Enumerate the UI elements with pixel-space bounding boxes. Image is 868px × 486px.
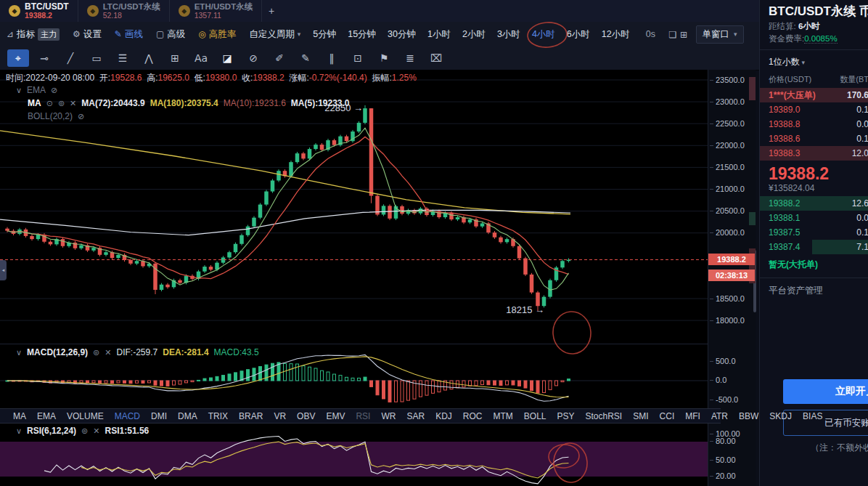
timeframe-3小时[interactable]: 3小时 — [497, 28, 520, 41]
eraser-icon[interactable]: ◪ — [216, 49, 238, 67]
asset-management-link[interactable]: 平台资产管理 — [760, 278, 868, 297]
timeframe-5分钟[interactable]: 5分钟 — [313, 28, 336, 41]
timeframe-6小时[interactable]: 6小时 — [567, 28, 590, 41]
orderbook-row[interactable]: 19388.10.0 — [760, 211, 868, 225]
orderbook-row[interactable]: 1***(大压单)170.6 — [760, 88, 868, 102]
symbol-tab[interactable]: ◆LTC/USDT永续52.18 — [78, 0, 170, 22]
advanced-button[interactable]: ▢ 高级 — [156, 28, 185, 41]
indicator-tab-MFI[interactable]: MFI — [685, 411, 700, 421]
indicator-tab-DMA[interactable]: DMA — [178, 411, 197, 421]
indicator-tab-BOLL[interactable]: BOLL — [524, 411, 546, 421]
indicator-tab-KDJ[interactable]: KDJ — [435, 411, 452, 421]
new-frame-icon[interactable]: ⊞ — [680, 29, 687, 40]
orderbook-row[interactable]: 19387.47.1 — [760, 240, 868, 254]
indicator-tab-TRIX[interactable]: TRIX — [208, 411, 228, 421]
indicator-tab-ROC[interactable]: ROC — [463, 411, 483, 421]
indicator-tab-SKDJ[interactable]: SKDJ — [769, 411, 792, 421]
indicator-tab-BBW[interactable]: BBW — [739, 411, 758, 421]
indicator-tab-CCI[interactable]: CCI — [660, 411, 675, 421]
rsi-header-row[interactable]: ∨ RSI(6,12,24) ⊚ ✕ RSI1:51.56 — [16, 426, 149, 436]
pen-icon[interactable]: ✎ — [295, 49, 316, 67]
orderbook-row[interactable]: 19388.80.0 — [760, 117, 868, 131]
ema-indicator-row[interactable]: ∨ EMA ⊘ — [16, 85, 57, 95]
candle-measure-icon[interactable]: ‖ — [321, 49, 343, 67]
orderbook-row[interactable]: 19387.50.1 — [760, 225, 868, 240]
indicator-tab-PSY[interactable]: PSY — [557, 411, 575, 421]
timeframe-2小时[interactable]: 2小时 — [462, 28, 486, 41]
rectangle-icon[interactable]: ▭ — [86, 49, 107, 67]
crosshair-icon[interactable]: ⌖ — [7, 49, 29, 67]
chevron-down-icon[interactable]: ∨ — [16, 426, 22, 436]
trash-icon[interactable]: ⌧ — [425, 49, 447, 67]
indicator-tab-RSI[interactable]: RSI — [356, 411, 370, 421]
symbol-tab[interactable]: ◆BTC/USDT19388.2 — [0, 0, 78, 22]
close-icon[interactable]: ✕ — [105, 348, 111, 357]
indicator-tab-SMI[interactable]: SMI — [633, 411, 648, 421]
indicator-tab-MACD[interactable]: MACD — [115, 411, 140, 421]
replay-zero[interactable]: 0s — [646, 29, 655, 39]
orderbook-row[interactable]: 19388.60.1 — [760, 131, 868, 146]
indicator-tab-BIAS[interactable]: BIAS — [803, 411, 822, 421]
indicator-button[interactable]: ⊿ 指标 主力 — [7, 28, 60, 41]
orderbook-row[interactable]: 19389.00.1 — [760, 102, 868, 117]
candlestick-chart[interactable]: 22850 →18215 → — [0, 70, 708, 344]
draw-button[interactable]: ✎ 画线 — [115, 28, 143, 41]
decimals-dropdown[interactable]: 1位小数 ▾ — [760, 50, 868, 73]
orderbook-row[interactable]: 19388.312.0 — [760, 146, 868, 161]
custom-period-dropdown[interactable]: 自定义周期 ▾ — [249, 28, 300, 41]
indicator-tab-WR[interactable]: WR — [381, 411, 396, 421]
window-mode-select[interactable]: 单窗口 ▾ — [696, 25, 744, 44]
open-account-button[interactable]: 立即开户 — [783, 379, 868, 404]
indicator-tab-VR[interactable]: VR — [274, 411, 286, 421]
text-tool-icon[interactable]: Aa — [190, 49, 212, 67]
eye-off-icon[interactable]: ⊘ — [51, 86, 57, 95]
trend-line-icon[interactable]: ╱ — [60, 49, 81, 67]
timeframe-1小时[interactable]: 1小时 — [427, 28, 451, 41]
ma-indicator-row[interactable]: MA ⊙ ⊚ ✕ MA(72):20443.9 MA(180):20375.4 … — [28, 98, 350, 108]
winrate-button[interactable]: ◎ 高胜率 — [198, 28, 236, 41]
indicator-tab-DMI[interactable]: DMI — [151, 411, 167, 421]
indicator-tab-ATR[interactable]: ATR — [711, 411, 728, 421]
indicator-tab-OBV[interactable]: OBV — [297, 411, 315, 421]
indicator-tab-MTM[interactable]: MTM — [493, 411, 512, 421]
brush-icon[interactable]: ✐ — [269, 49, 290, 67]
eye-off-icon[interactable]: ⊘ — [78, 112, 84, 121]
gear-icon[interactable]: ⊚ — [81, 426, 88, 436]
existing-account-button[interactable]: 已有币安账户， — [783, 410, 868, 436]
indicator-tab-EMV[interactable]: EMV — [326, 411, 345, 421]
gear-icon[interactable]: ⊚ — [93, 348, 99, 357]
frame-plus-icon[interactable]: ⊞ — [164, 49, 186, 67]
indicator-tab-StochRSI[interactable]: StochRSI — [586, 411, 623, 421]
orderbook-row[interactable]: 19388.212.6 — [760, 196, 868, 211]
price-axis[interactable]: 19388.2 02:38:13 23500.023000.022500.022… — [708, 70, 756, 486]
bookmark-icon[interactable]: ⚑ — [373, 49, 395, 67]
fullscreen-icon[interactable]: ❏ — [668, 29, 676, 40]
add-symbol-button[interactable]: + — [262, 0, 281, 22]
price-line-icon[interactable]: ⊸ — [33, 49, 55, 67]
timeframe-30分钟[interactable]: 30分钟 — [388, 28, 416, 41]
macd-header-row[interactable]: ∨ MACD(12,26,9) ⊚ ✕ DIF:-259.7 DEA:-281.… — [16, 347, 259, 357]
indicator-tab-BRAR[interactable]: BRAR — [239, 411, 263, 421]
timeframe-4小时[interactable]: 4小时 — [532, 28, 555, 41]
gear-icon[interactable]: ⊚ — [58, 99, 65, 108]
panel-collapse-handle[interactable]: ◂ — [0, 260, 7, 280]
close-icon[interactable]: ✕ — [70, 99, 76, 108]
order-note-icon[interactable]: ≣ — [399, 49, 421, 67]
main-force-badge[interactable]: 主力 — [38, 28, 60, 41]
chevron-down-icon[interactable]: ∨ — [16, 86, 22, 95]
chart-area[interactable]: 22850 →18215 → 时间:2022-09-20 08:00 开:195… — [0, 70, 708, 486]
wave-pattern-icon[interactable]: ⋀ — [138, 49, 160, 67]
settings-button[interactable]: ⚙ 设置 — [73, 28, 102, 41]
indicator-tab-SAR[interactable]: SAR — [406, 411, 425, 421]
parallel-lines-icon[interactable]: ☰ — [112, 49, 134, 67]
eye-icon[interactable]: ⊙ — [46, 99, 53, 108]
chevron-down-icon[interactable]: ∨ — [16, 348, 22, 357]
indicator-tab-MA[interactable]: MA — [13, 411, 26, 421]
indicator-tab-VOLUME[interactable]: VOLUME — [67, 411, 104, 421]
disable-draw-icon[interactable]: ⊘ — [242, 49, 264, 67]
timeframe-12小时[interactable]: 12小时 — [602, 28, 630, 41]
indicator-tab-EMA[interactable]: EMA — [37, 411, 56, 421]
boll-indicator-row[interactable]: BOLL(20,2) ⊘ — [28, 111, 84, 121]
lock-icon[interactable]: ⊡ — [347, 49, 369, 67]
close-icon[interactable]: ✕ — [93, 426, 99, 436]
